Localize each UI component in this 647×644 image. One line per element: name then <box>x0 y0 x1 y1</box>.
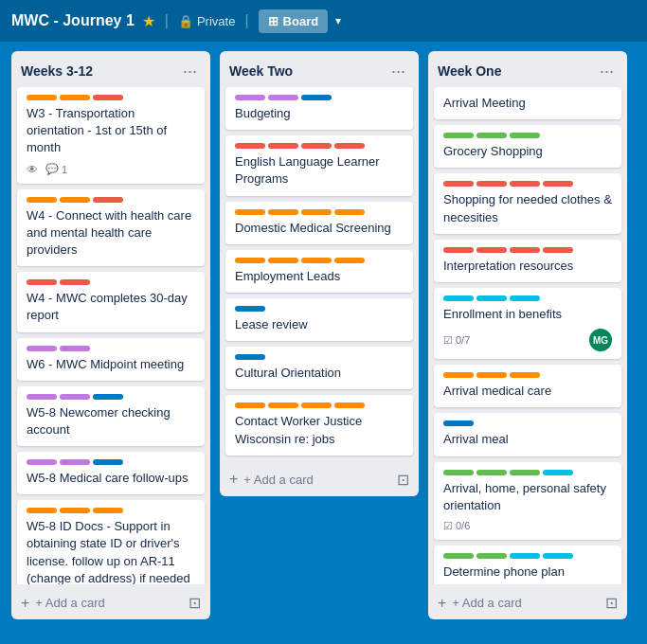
add-card-button[interactable]: + + Add a card ⊡ <box>11 586 210 619</box>
card-title: Grocery Shopping <box>443 143 612 160</box>
card[interactable]: Shopping for needed clothes & necesities <box>434 173 621 233</box>
card[interactable]: W5-8 ID Docs - Support in obtaining stat… <box>17 500 205 584</box>
label-orange <box>268 402 298 408</box>
card[interactable]: Cultural Orientation <box>225 347 413 389</box>
card[interactable]: Contact Worker Justice Wisconsin re: job… <box>225 395 413 455</box>
card[interactable]: Interpretation resources <box>434 240 621 282</box>
card-labels <box>27 394 195 400</box>
card[interactable]: Domestic Medical Screening <box>225 202 413 244</box>
card-labels <box>27 279 195 285</box>
card-title: Enrollment in benefits <box>443 306 612 323</box>
card[interactable]: W4 - MWC completes 30-day report <box>17 272 205 331</box>
label-orange <box>334 209 365 215</box>
column-weeks-3-12: Weeks 3-12 ··· W3 - Transportation orien… <box>11 51 210 619</box>
card-badges: ☑ 0/7 MG <box>443 329 612 351</box>
card-title: Employment Leads <box>235 268 404 285</box>
label-purple <box>27 394 57 400</box>
lock-icon: 🔒 <box>178 14 193 28</box>
label-orange <box>235 258 265 263</box>
card-title: Arrival meal <box>443 431 612 448</box>
label-orange <box>334 258 365 263</box>
eye-badge: 👁 <box>27 163 38 176</box>
card-labels <box>443 133 612 138</box>
label-teal <box>510 295 540 301</box>
label-green <box>443 470 474 475</box>
label-orange <box>334 402 365 408</box>
label-red <box>60 279 90 285</box>
add-card-button[interactable]: + + Add a card ⊡ <box>220 463 419 496</box>
plus-icon: + <box>21 595 29 612</box>
checklist-icon: ☑ <box>443 520 453 532</box>
card[interactable]: W4 - Connect with health care and mental… <box>17 189 205 267</box>
checklist-badge: ☑ 0/7 <box>443 334 470 347</box>
column-menu-icon[interactable]: ··· <box>596 61 618 81</box>
column-week-one: Week One ··· Arrival Meeting Grocery Sho… <box>428 51 627 619</box>
card[interactable]: Enrollment in benefits ☑ 0/7 MG <box>434 288 621 359</box>
card-labels <box>443 553 612 559</box>
card-labels <box>443 247 612 253</box>
card-title: Arrival medical care <box>443 383 612 400</box>
card[interactable]: W6 - MWC Midpoint meeting <box>17 338 205 381</box>
chevron-down-icon[interactable]: ▾ <box>335 14 341 27</box>
card[interactable]: English Language Learner Programs <box>225 135 413 195</box>
card[interactable]: W5-8 Medical care follow-ups <box>17 452 205 494</box>
label-purple <box>60 459 90 465</box>
card-labels <box>235 306 404 312</box>
card[interactable]: Employment Leads <box>225 250 413 293</box>
label-green <box>476 133 507 138</box>
count-badge: 💬 1 <box>45 163 67 175</box>
card[interactable]: Arrival medical care <box>434 365 621 407</box>
column-week-two: Week Two ··· Budgeting <box>220 51 419 496</box>
card-labels <box>235 209 404 215</box>
label-red <box>543 181 573 187</box>
card-title: W5-8 ID Docs - Support in obtaining stat… <box>27 518 195 584</box>
template-icon: ⊡ <box>189 594 201 612</box>
star-icon[interactable]: ★ <box>142 12 155 30</box>
label-orange <box>443 372 474 378</box>
card[interactable]: Budgeting <box>225 87 413 130</box>
label-blue <box>93 394 123 400</box>
card[interactable]: Arrival Meeting <box>434 87 621 119</box>
eye-icon: 👁 <box>27 163 38 176</box>
card[interactable]: Arrival, home, personal safety orientati… <box>434 462 621 540</box>
card-title: W4 - Connect with health care and mental… <box>27 207 195 259</box>
card-title: Interpretation resources <box>443 258 612 275</box>
label-green <box>476 470 507 475</box>
card-labels <box>443 295 612 301</box>
card-labels <box>443 470 612 475</box>
card-labels <box>235 354 404 360</box>
column-menu-icon[interactable]: ··· <box>387 61 409 81</box>
add-card-button[interactable]: + + Add a card ⊡ <box>428 586 627 619</box>
privacy-label: 🔒 Private <box>178 14 235 28</box>
board-button[interactable]: ⊞ Board <box>259 9 329 33</box>
label-teal <box>476 295 507 301</box>
label-red <box>476 181 507 187</box>
label-orange <box>27 197 57 203</box>
label-purple <box>235 95 265 100</box>
cards-list: W3 - Transportation orientation - 1st or… <box>11 87 210 584</box>
app-header: MWC - Journey 1 ★ | 🔒 Private | ⊞ Board … <box>0 0 647 42</box>
card[interactable]: Lease review <box>225 298 413 341</box>
label-orange <box>301 209 332 215</box>
column-menu-icon[interactable]: ··· <box>179 61 201 81</box>
label-orange <box>476 372 507 378</box>
label-orange <box>60 95 90 100</box>
label-purple <box>268 95 298 100</box>
label-red <box>543 247 573 253</box>
card-labels <box>443 420 612 426</box>
divider2: | <box>244 12 248 29</box>
card-title: W4 - MWC completes 30-day report <box>27 290 195 324</box>
card[interactable]: Determine phone plan <box>434 546 621 584</box>
card[interactable]: Grocery Shopping <box>434 125 621 168</box>
checklist-icon: ☑ <box>443 334 453 347</box>
label-blue <box>235 354 265 360</box>
card[interactable]: Arrival meal <box>434 413 621 456</box>
label-red <box>510 247 540 253</box>
template-icon: ⊡ <box>605 594 618 612</box>
card[interactable]: W3 - Transportation orientation - 1st or… <box>17 87 205 184</box>
label-green <box>510 133 540 138</box>
board-grid-icon: ⊞ <box>268 14 279 28</box>
card[interactable]: W5-8 Newcomer checking account <box>17 386 205 446</box>
board-title: MWC - Journey 1 <box>11 12 135 29</box>
card-labels <box>27 508 195 513</box>
